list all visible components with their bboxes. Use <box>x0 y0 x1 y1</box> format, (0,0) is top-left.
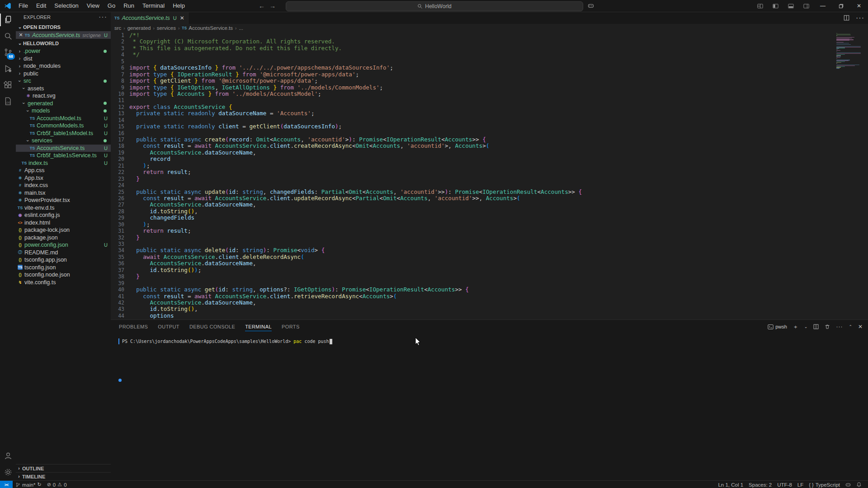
code-editor[interactable]: 1/*!2 * Copyright (C) Microsoft Corporat… <box>111 32 868 319</box>
breadcrumb-item[interactable]: ... <box>239 25 243 31</box>
tree-file-README.md[interactable]: ⓘREADME.md <box>16 249 111 257</box>
nav-back-icon[interactable]: ← <box>259 2 265 9</box>
activity-manage[interactable] <box>0 464 16 480</box>
nav-forward-icon[interactable]: → <box>269 2 276 9</box>
tree-folder-.power[interactable]: ›.power <box>16 47 111 55</box>
panel-tab-ports[interactable]: PORTS <box>282 320 300 333</box>
panel-tab-output[interactable]: OUTPUT <box>158 320 179 333</box>
code-line-25[interactable]: 25 public static async update(id: string… <box>111 189 868 195</box>
tree-folder-dist[interactable]: ›dist <box>16 55 111 63</box>
language-mode-item[interactable]: { } TypeScript <box>806 482 843 488</box>
menu-run[interactable]: Run <box>119 0 138 12</box>
code-line-17[interactable]: 17 public static async create(record: Om… <box>111 136 868 143</box>
breadcrumb-item[interactable]: generated <box>127 25 151 31</box>
code-line-39[interactable]: 39 <box>111 280 868 286</box>
menu-go[interactable]: Go <box>104 0 119 12</box>
git-branch-item[interactable]: main* ↻ <box>13 481 44 488</box>
maximize-panel-icon[interactable]: ⌃ <box>849 324 852 329</box>
code-line-15[interactable]: 15 private static readonly client = getC… <box>111 123 868 130</box>
code-line-44[interactable]: 44 options <box>111 313 868 319</box>
open-editors-section[interactable]: ⌄ OPEN EDITORS <box>16 23 111 31</box>
terminal-dropdown-icon[interactable]: ⌄ <box>804 324 808 329</box>
code-line-4[interactable]: 4 */ <box>111 52 868 58</box>
code-line-43[interactable]: 43 id.toString(), <box>111 306 868 312</box>
split-editor-icon[interactable] <box>844 15 849 21</box>
terminal[interactable]: PS C:\Users\jordanchodak\PowerAppsCodeAp… <box>111 333 868 474</box>
tree-folder-src[interactable]: ›src <box>16 77 111 85</box>
code-line-6[interactable]: 6import { dataSourcesInfo } from '../../… <box>111 65 868 71</box>
code-line-8[interactable]: 8import { getClient } from '@microsoft/p… <box>111 78 868 84</box>
menu-view[interactable]: View <box>83 0 104 12</box>
tree-file-tsconfig.json[interactable]: TStsconfig.json <box>16 264 111 272</box>
menu-terminal[interactable]: Terminal <box>138 0 169 12</box>
activity-extensions[interactable] <box>0 77 16 93</box>
activity-explorer[interactable] <box>0 12 16 28</box>
code-line-21[interactable]: 21 ); <box>111 163 868 169</box>
menu-selection[interactable]: Selection <box>50 0 82 12</box>
activity-accounts[interactable] <box>0 448 16 464</box>
breadcrumb-item[interactable]: AccountsService.ts <box>189 25 233 31</box>
timeline-section[interactable]: › TIMELINE <box>16 472 111 480</box>
sync-icon[interactable]: ↻ <box>37 482 41 488</box>
explorer-more-actions-icon[interactable]: ··· <box>99 13 107 21</box>
code-line-5[interactable]: 5 <box>111 58 868 65</box>
outline-section[interactable]: › OUTLINE <box>16 464 111 472</box>
minimize-button[interactable]: — <box>814 0 832 12</box>
code-line-41[interactable]: 41 const result = await AccountsService.… <box>111 293 868 300</box>
customize-layout-icon[interactable] <box>752 0 768 12</box>
code-line-14[interactable]: 14 <box>111 117 868 123</box>
code-line-10[interactable]: 10import type { Accounts } from '../mode… <box>111 91 868 97</box>
toggle-secondary-sidebar-icon[interactable] <box>798 0 814 12</box>
tree-file-index.ts[interactable]: TSindex.tsU <box>16 160 111 167</box>
menu-file[interactable]: File <box>14 0 32 12</box>
workspace-root-section[interactable]: ⌄ HELLOWORLD <box>16 39 111 47</box>
code-line-26[interactable]: 26 const result = await AccountsService.… <box>111 195 868 202</box>
code-line-34[interactable]: 34 public static async delete(id: string… <box>111 247 868 253</box>
indentation-item[interactable]: Spaces: 2 <box>746 482 774 488</box>
tree-folder-models[interactable]: ›models <box>16 107 111 115</box>
code-line-16[interactable]: 16 <box>111 130 868 136</box>
tree-folder-services[interactable]: ›services <box>16 137 111 145</box>
tree-file-App.tsx[interactable]: ⚛App.tsx <box>16 174 111 182</box>
tree-file-App.css[interactable]: #App.css <box>16 167 111 174</box>
tree-file-react.svg[interactable]: ⚛react.svg <box>16 92 111 100</box>
code-line-19[interactable]: 19 AccountsService.dataSourceName, <box>111 150 868 156</box>
code-line-20[interactable]: 20 record <box>111 156 868 162</box>
code-line-36[interactable]: 36 AccountsService.dataSourceName, <box>111 260 868 267</box>
close-icon[interactable]: ✕ <box>18 32 24 38</box>
activity-run-and-debug[interactable] <box>0 61 16 77</box>
code-line-33[interactable]: 33 <box>111 241 868 247</box>
code-line-23[interactable]: 23 } <box>111 176 868 182</box>
panel-tab-problems[interactable]: PROBLEMS <box>119 320 148 333</box>
tree-file-CommonModels.ts[interactable]: TSCommonModels.tsU <box>16 122 111 130</box>
menu-edit[interactable]: Edit <box>32 0 50 12</box>
tab-accountsservice[interactable]: TS AccountsService.ts U ✕ <box>111 12 189 24</box>
activity-output-log[interactable]: LOG <box>0 93 16 109</box>
command-center-search[interactable]: HelloWorld <box>286 1 583 11</box>
tree-file-AccountsModel.ts[interactable]: TSAccountsModel.tsU <box>16 115 111 122</box>
code-line-42[interactable]: 42 AccountsService.dataSourceName, <box>111 300 868 306</box>
copilot-status-icon[interactable] <box>843 482 854 488</box>
minimap[interactable] <box>836 33 862 69</box>
close-icon[interactable]: ✕ <box>180 15 184 21</box>
tree-folder-generated[interactable]: ›generated <box>16 100 111 108</box>
code-line-9[interactable]: 9import type { IGetOptions, IGetAllOptio… <box>111 84 868 91</box>
panel-more-actions-icon[interactable]: ··· <box>836 324 843 330</box>
activity-search[interactable] <box>0 28 16 44</box>
tree-file-PowerProvider.tsx[interactable]: ⚛PowerProvider.tsx <box>16 197 111 204</box>
tree-file-Crb5f_table1sService.ts[interactable]: TSCrb5f_table1sService.tsU <box>16 152 111 160</box>
code-line-29[interactable]: 29 changedFields <box>111 215 868 221</box>
notifications-bell-icon[interactable] <box>854 482 864 488</box>
menu-help[interactable]: Help <box>169 0 189 12</box>
tree-file-package-lock.json[interactable]: {}package-lock.json <box>16 226 111 234</box>
tree-file-index.html[interactable]: <>index.html <box>16 219 111 227</box>
activity-source-control[interactable]: 68 <box>0 44 16 61</box>
new-terminal-icon[interactable]: ＋ <box>793 323 798 331</box>
code-line-38[interactable]: 38 } <box>111 273 868 280</box>
breadcrumb-item[interactable]: services <box>157 25 176 31</box>
code-line-2[interactable]: 2 * Copyright (C) Microsoft Corporation.… <box>111 38 868 45</box>
code-line-12[interactable]: 12export class AccountsService { <box>111 104 868 110</box>
code-line-3[interactable]: 3 * This file is autogenerated. Do not e… <box>111 45 868 52</box>
code-line-7[interactable]: 7import type { IOperationResult } from '… <box>111 71 868 78</box>
close-panel-icon[interactable]: ✕ <box>858 324 863 330</box>
